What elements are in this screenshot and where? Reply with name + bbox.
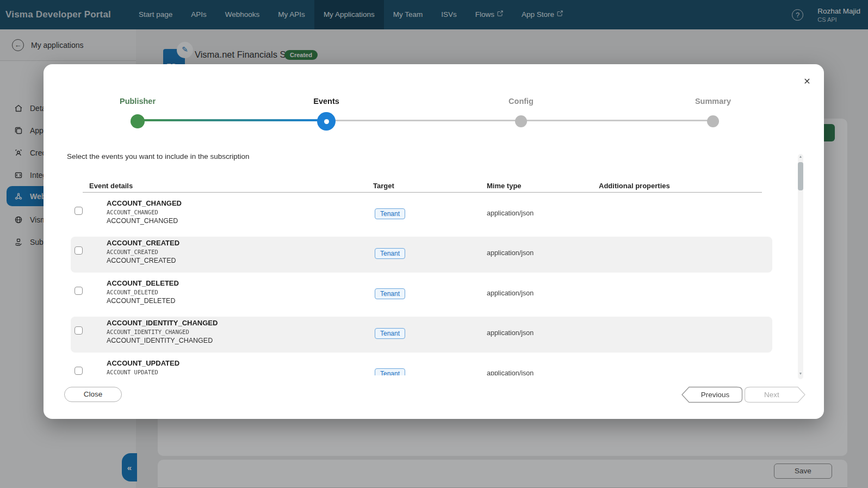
svg-text:Next: Next bbox=[764, 391, 779, 399]
target-badge: Tenant bbox=[375, 368, 405, 375]
event-checkbox[interactable] bbox=[75, 246, 83, 255]
svg-text:Previous: Previous bbox=[701, 391, 730, 399]
column-header-target: Target bbox=[373, 182, 394, 190]
step-dot-config bbox=[515, 115, 527, 127]
stepper-connector bbox=[521, 120, 713, 121]
column-header-additional-properties: Additional properties bbox=[599, 182, 670, 190]
page-root: Visma Developer Portal Start page APIs W… bbox=[0, 0, 868, 488]
table-row: ACCOUNT_DELETED ACCOUNT_DELETED ACCOUNT_… bbox=[71, 277, 772, 313]
step-dot-publisher[interactable] bbox=[131, 114, 145, 128]
step-label-summary: Summary bbox=[695, 97, 731, 106]
column-header-mime-type: Mime type bbox=[487, 182, 522, 190]
target-badge: Tenant bbox=[375, 248, 405, 259]
previous-button[interactable]: Previous bbox=[681, 386, 743, 403]
close-icon[interactable]: ✕ bbox=[801, 75, 814, 88]
table-row: ACCOUNT_CHANGED ACCOUNT_CHANGED ACCOUNT_… bbox=[71, 197, 772, 233]
events-table: Event details Target Mime type Additiona… bbox=[67, 151, 797, 375]
step-label-events: Events bbox=[313, 97, 339, 106]
next-button[interactable]: Next bbox=[744, 386, 806, 403]
step-label-config: Config bbox=[509, 97, 534, 106]
column-header-event-details: Event details bbox=[89, 182, 133, 190]
target-badge: Tenant bbox=[375, 328, 405, 339]
scrollbar-down-icon[interactable]: ▼ bbox=[798, 372, 803, 375]
step-dot-events[interactable] bbox=[317, 112, 336, 131]
target-badge: Tenant bbox=[375, 208, 405, 219]
table-row: ACCOUNT_UPDATED ACCOUNT_UPDATED ACCOUNT_… bbox=[71, 357, 772, 375]
table-row: ACCOUNT_CREATED ACCOUNT_CREATED ACCOUNT_… bbox=[71, 237, 772, 273]
step-dot-summary bbox=[707, 115, 719, 127]
table-row: ACCOUNT_IDENTITY_CHANGED ACCOUNT_IDENTIT… bbox=[71, 317, 772, 353]
step-label-publisher: Publisher bbox=[120, 97, 156, 106]
event-checkbox[interactable] bbox=[75, 207, 83, 215]
event-checkbox[interactable] bbox=[75, 287, 83, 295]
event-checkbox[interactable] bbox=[75, 367, 83, 375]
stepper-connector bbox=[326, 120, 521, 121]
close-button[interactable]: Close bbox=[64, 387, 122, 402]
subscription-wizard-modal: ✕ Publisher Events Config Summary Select… bbox=[44, 64, 824, 419]
target-badge: Tenant bbox=[375, 288, 405, 299]
scrollbar-up-icon[interactable]: ▲ bbox=[798, 155, 803, 158]
header-divider bbox=[83, 192, 762, 193]
stepper-connector bbox=[138, 119, 326, 121]
event-checkbox[interactable] bbox=[75, 326, 83, 335]
scrollbar-thumb[interactable] bbox=[798, 162, 803, 190]
